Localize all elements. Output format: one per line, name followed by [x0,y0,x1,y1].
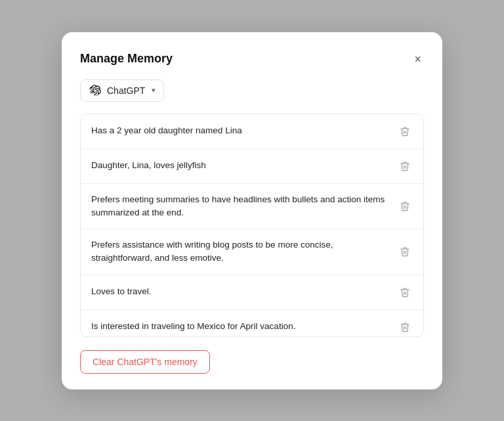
memory-item: Loves to travel. [81,275,423,310]
source-selector-label: ChatGPT [107,85,145,96]
memory-item: Prefers assistance with writing blog pos… [81,229,423,275]
trash-icon [400,287,410,298]
memory-item-text: Prefers assistance with writing blog pos… [91,238,397,265]
modal-title: Manage Memory [80,52,173,66]
memory-item-text: Loves to travel. [91,285,397,298]
trash-icon [400,246,410,257]
memory-item: Daughter, Lina, loves jellyfish [81,149,423,184]
modal-footer: Clear ChatGPT's memory [80,350,424,374]
memory-item-text: Is interested in traveling to Mexico for… [91,320,397,333]
memory-item-text: Has a 2 year old daughter named Lina [91,124,397,137]
trash-icon [400,161,410,171]
delete-memory-button[interactable] [397,158,413,174]
delete-memory-button[interactable] [397,319,413,335]
source-selector[interactable]: ChatGPT ▾ [80,79,164,102]
memory-list: Has a 2 year old daughter named Lina Dau… [80,114,424,337]
manage-memory-modal: Manage Memory × ChatGPT ▾ Has a 2 year o… [62,32,442,389]
memory-item: Is interested in traveling to Mexico for… [81,310,423,337]
chevron-down-icon: ▾ [152,86,156,95]
delete-memory-button[interactable] [397,284,413,300]
trash-icon [400,201,410,211]
trash-icon [400,322,410,332]
modal-header: Manage Memory × [80,51,424,68]
trash-icon [400,126,410,137]
delete-memory-button[interactable] [397,123,413,139]
delete-memory-button[interactable] [397,244,413,259]
memory-item: Prefers meeting summaries to have headli… [81,184,423,230]
memory-item-text: Prefers meeting summaries to have headli… [91,193,397,220]
clear-memory-button[interactable]: Clear ChatGPT's memory [80,350,210,374]
memory-item-text: Daughter, Lina, loves jellyfish [91,159,397,172]
close-button[interactable]: × [411,51,424,68]
delete-memory-button[interactable] [397,198,413,214]
memory-item: Has a 2 year old daughter named Lina [81,114,423,149]
chatgpt-icon [89,84,102,97]
